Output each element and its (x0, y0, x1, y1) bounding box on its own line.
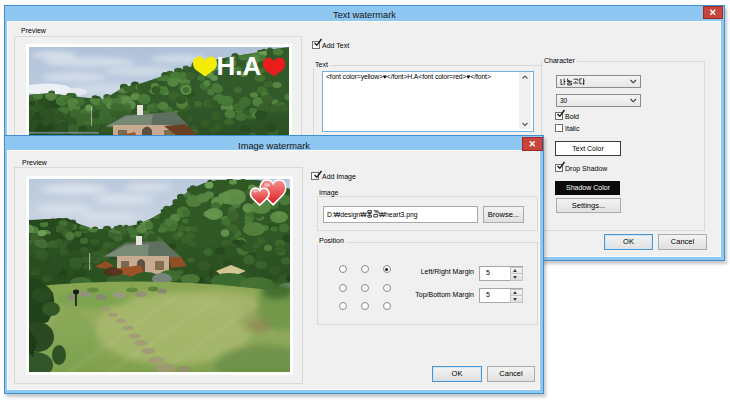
svg-text:H.A: H.A (217, 51, 262, 81)
